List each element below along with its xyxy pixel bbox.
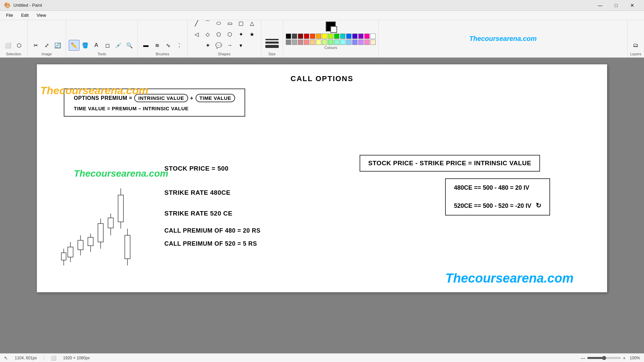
minimize-button[interactable]: —: [592, 1, 608, 10]
maximize-button[interactable]: □: [608, 1, 624, 10]
options-premium-box: OPTIONS PREMIUM = INTRINSIC VALUE + TIME…: [64, 88, 245, 117]
fill-btn[interactable]: 🪣: [80, 40, 91, 51]
size2[interactable]: [265, 42, 279, 44]
color-purple[interactable]: [358, 34, 364, 39]
color-orange-red[interactable]: [310, 34, 315, 39]
color-pink[interactable]: [364, 34, 370, 39]
call-options-text: CALL OPTIONS: [290, 74, 353, 83]
rotate-btn[interactable]: 🔄: [52, 40, 63, 51]
color-light-pink[interactable]: [364, 40, 370, 45]
select-rect-btn[interactable]: ⬜: [3, 40, 13, 51]
curve-btn[interactable]: ⌒: [202, 18, 213, 28]
color-light-green[interactable]: [322, 40, 327, 45]
color-rose[interactable]: [298, 40, 303, 45]
cursor-position: 1104, 601px: [15, 356, 37, 360]
tri-btn[interactable]: △: [247, 18, 257, 28]
toolbar-logo: Thecoursearena.com: [379, 20, 627, 57]
resize-btn[interactable]: ⤢: [41, 40, 52, 51]
foreground-color[interactable]: [326, 21, 336, 32]
eraser-btn[interactable]: ◻: [102, 40, 113, 51]
color-seafoam[interactable]: [334, 40, 339, 45]
pencil-btn[interactable]: ✏️: [69, 40, 79, 51]
star4-btn[interactable]: ✦: [235, 29, 246, 40]
selection-icon: ⬜: [51, 355, 56, 361]
color-yellow[interactable]: [322, 34, 327, 39]
zoom-level: 100%: [630, 356, 640, 360]
color-palette: [286, 34, 376, 45]
color-gray[interactable]: [286, 40, 291, 45]
zoom-slider[interactable]: [587, 357, 621, 359]
color-light-blue[interactable]: [346, 40, 352, 45]
bubble-btn[interactable]: 💬: [213, 40, 224, 51]
color-teal[interactable]: [340, 34, 345, 39]
menu-file[interactable]: File: [3, 12, 16, 18]
color-black[interactable]: [286, 34, 291, 39]
text-btn[interactable]: A: [91, 40, 102, 51]
select-free-btn[interactable]: ⬡: [14, 40, 24, 51]
oval-btn[interactable]: ⬭: [213, 18, 224, 28]
title-bar: 🎨 Untitled - Paint — □ ✕: [0, 0, 644, 11]
brush3-btn[interactable]: ∿: [163, 40, 173, 51]
line-btn[interactable]: ╱: [191, 18, 202, 28]
color-darkgray[interactable]: [292, 34, 297, 39]
color-cream[interactable]: [370, 40, 376, 45]
hex-btn[interactable]: ⬡: [224, 29, 235, 40]
ribbon-brushes: ▬ ≋ ∿ ⁚ Brushes: [138, 20, 187, 57]
zoom-handle[interactable]: [602, 356, 606, 360]
brush2-btn[interactable]: ≋: [152, 40, 162, 51]
color-indigo[interactable]: [352, 34, 358, 39]
candle-svg: [60, 162, 134, 276]
color-light-yellow[interactable]: [316, 40, 321, 45]
colours-label: Colours: [324, 45, 337, 50]
cursor-icon: ↖: [4, 355, 8, 361]
close-button[interactable]: ✕: [625, 1, 640, 10]
color-light-cyan[interactable]: [340, 40, 345, 45]
rtri-btn[interactable]: ◁: [191, 29, 202, 40]
arrow-btn[interactable]: →: [224, 40, 235, 51]
menu-bar: File Edit View: [0, 11, 644, 20]
zoom-out-btn[interactable]: —: [581, 355, 585, 361]
color-white[interactable]: [370, 34, 376, 39]
star6-btn[interactable]: ✶: [202, 40, 213, 51]
paint-canvas[interactable]: Thecoursearena.com Thecoursearena.com Th…: [37, 64, 607, 292]
menu-view[interactable]: View: [33, 12, 49, 18]
color-lavender[interactable]: [358, 40, 364, 45]
color-green[interactable]: [334, 34, 339, 39]
color-darkred[interactable]: [298, 34, 303, 39]
layers-btn[interactable]: 🗂: [630, 40, 641, 51]
zoom-in-btn[interactable]: +: [623, 355, 626, 361]
svg-rect-15: [125, 235, 130, 259]
color-peach[interactable]: [310, 40, 315, 45]
color-blue[interactable]: [346, 34, 352, 39]
color-periwinkle[interactable]: [352, 40, 358, 45]
pent-btn[interactable]: ⬠: [213, 29, 224, 40]
rect-btn[interactable]: ▭: [224, 18, 235, 28]
intrinsic-value-label: INTRINSIC VALUE: [134, 94, 188, 102]
background-color[interactable]: [330, 26, 337, 33]
color-orange[interactable]: [316, 34, 321, 39]
ribbon-shapes: ╱ ⌒ ⬭ ▭ ▢ △ ◁ ◇ ⬠ ⬡ ✦ ★ ✶ 💬 → ▾ Shapes: [187, 20, 261, 57]
diamond-btn[interactable]: ◇: [202, 29, 213, 40]
color-mint[interactable]: [328, 40, 333, 45]
size3[interactable]: [265, 45, 279, 48]
zoom-btn[interactable]: 🔍: [124, 40, 135, 51]
results-box: 480CE == 500 - 480 = 20 IV 520CE == 500 …: [445, 178, 550, 216]
color-yellow-green[interactable]: [328, 34, 333, 39]
more-btn[interactable]: ▾: [235, 40, 246, 51]
brush1-btn[interactable]: ▬: [141, 40, 151, 51]
color-lightgray[interactable]: [292, 40, 297, 45]
options-line1: OPTIONS PREMIUM = INTRINSIC VALUE + TIME…: [74, 94, 235, 102]
time-value-label: TIME VALUE: [196, 94, 235, 102]
rect2-btn[interactable]: ▢: [235, 18, 246, 28]
star5-btn[interactable]: ★: [247, 29, 257, 40]
menu-edit[interactable]: Edit: [18, 12, 32, 18]
eyedropper-btn[interactable]: 💉: [113, 40, 124, 51]
color-light-red[interactable]: [304, 40, 309, 45]
status-bar: ↖ 1104, 601px ⬜ 644 × 362px — + 100%: [0, 353, 644, 362]
brush4-btn[interactable]: ⁚: [174, 40, 184, 51]
color-red[interactable]: [304, 34, 309, 39]
info-area: STOCK PRICE = 500 STRIKE RATE 480CE STRI…: [164, 165, 261, 253]
options-premium-label: OPTIONS PREMIUM =: [74, 95, 132, 101]
size1[interactable]: [265, 39, 279, 40]
crop-btn[interactable]: ✂: [30, 40, 41, 51]
